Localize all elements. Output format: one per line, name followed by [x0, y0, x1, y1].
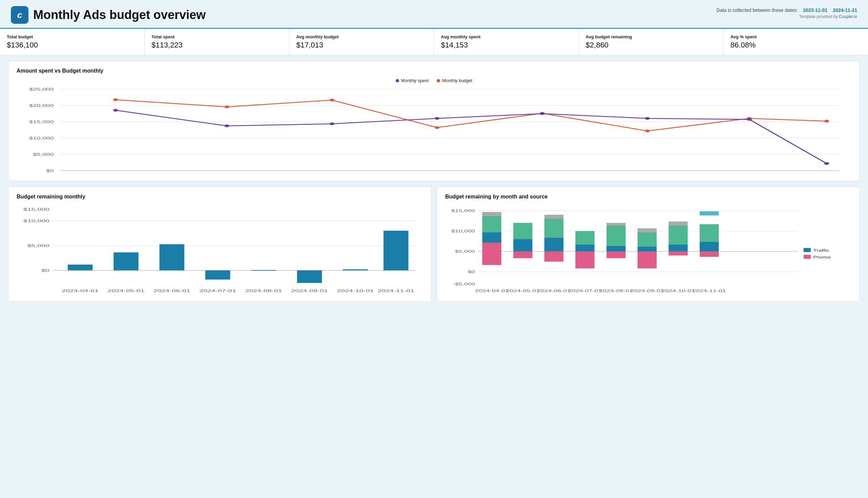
- right-legend-promo-label: Promo: [813, 255, 831, 259]
- metric-value-0: $136,100: [7, 41, 138, 50]
- stacked-bar-2c: [513, 251, 532, 258]
- budget-dot-8: [824, 120, 829, 122]
- bar-5: [251, 270, 276, 271]
- stacked-bar-6c: [638, 247, 656, 251]
- coupler-link[interactable]: Coupler.io: [839, 14, 857, 19]
- spent-dot-1: [113, 109, 118, 112]
- svg-text:2024-06-01: 2024-06-01: [153, 289, 190, 293]
- stacked-bar-4a: [575, 231, 595, 245]
- svg-text:2024-09-01: 2024-09-01: [630, 289, 664, 293]
- bar-chart-right-title: Budget remaining by month and source: [445, 194, 851, 200]
- stacked-bar-8a: [700, 224, 719, 242]
- svg-text:2024-07-01: 2024-07-01: [568, 289, 602, 293]
- line-chart-svg: $0 $5,000 $10,000 $15,000 $20,000 $25,00…: [17, 86, 851, 174]
- svg-text:$10,000: $10,000: [29, 136, 54, 140]
- stacked-bar-7c: [669, 245, 687, 251]
- stacked-bar-5b: [606, 223, 626, 226]
- stacked-bar-2a: [513, 223, 532, 239]
- template-text: Template provided by: [799, 14, 838, 19]
- legend-budget: Monthly budget: [437, 78, 472, 83]
- page-header: c Monthly Ads budget overview Data is co…: [0, 0, 868, 29]
- line-chart-card: Amount spent vs Budget monthly Monthly s…: [8, 61, 860, 181]
- svg-text:$5,000: $5,000: [455, 249, 475, 253]
- right-legend-traffic: [804, 248, 811, 252]
- bar-3: [159, 244, 184, 270]
- stacked-bar-1a: [482, 216, 501, 232]
- stacked-bar-8d: [700, 211, 719, 215]
- bar-chart-left-svg: $0 $5,000 $10,000 $15,000: [17, 204, 423, 296]
- metric-label-1: Total spent: [151, 34, 282, 39]
- svg-text:2024-10-01: 2024-10-01: [337, 289, 374, 293]
- svg-text:2024-07-01: 2024-07-01: [420, 173, 454, 174]
- bar-chart-left-title: Budget remaining monthly: [17, 194, 423, 200]
- metric-label-4: Avg budget remaining: [586, 34, 717, 39]
- stacked-bar-1d: [482, 243, 501, 251]
- metric-label-0: Total budget: [7, 34, 138, 39]
- svg-text:2024-11-01: 2024-11-01: [809, 173, 844, 174]
- svg-text:2024-05-01: 2024-05-01: [506, 289, 539, 293]
- stacked-bar-1c: [482, 232, 501, 243]
- budget-dot-6: [645, 130, 650, 132]
- right-legend-promo: [804, 255, 811, 259]
- spent-dot-4: [435, 117, 440, 120]
- page-title: Monthly Ads budget overview: [33, 8, 206, 22]
- svg-text:$0: $0: [41, 268, 50, 272]
- metric-card-4: Avg budget remaining $2,860: [579, 29, 723, 55]
- stacked-bar-5c: [606, 246, 626, 251]
- metric-label-2: Avg monthly budget: [296, 34, 427, 39]
- logo-letter: c: [17, 10, 22, 21]
- header-left: c Monthly Ads budget overview: [11, 6, 206, 24]
- legend-dot-spent: [396, 79, 399, 82]
- stacked-bar-3d: [544, 251, 563, 262]
- spent-dot-7: [747, 118, 752, 121]
- stacked-bar-7d: [669, 251, 687, 255]
- bar-6: [297, 270, 322, 283]
- metric-value-3: $14,153: [441, 41, 572, 50]
- header-right: Data is collected between these dates: 2…: [717, 6, 857, 19]
- svg-text:$15,000: $15,000: [23, 207, 50, 211]
- bar-chart-right-area: $15,000 $10,000 $5,000 $0 -$5,000: [445, 204, 851, 296]
- svg-text:2024-08-01: 2024-08-01: [525, 173, 559, 174]
- stacked-bar-5a: [606, 226, 626, 246]
- date-end-link[interactable]: 2024-11-21: [833, 8, 857, 13]
- svg-text:2024-08-01: 2024-08-01: [245, 289, 282, 293]
- legend-label-budget: Monthly budget: [442, 78, 472, 83]
- svg-text:2024-04-01: 2024-04-01: [62, 289, 99, 293]
- svg-text:2024-08-01: 2024-08-01: [599, 289, 633, 293]
- svg-text:2024-10-01: 2024-10-01: [732, 173, 766, 174]
- template-credit: Template provided by Coupler.io: [717, 14, 857, 19]
- budget-dot-2: [225, 105, 229, 108]
- bar-4: [205, 270, 230, 279]
- stacked-bar-6a: [638, 232, 656, 247]
- metric-card-0: Total budget $136,100: [0, 29, 145, 55]
- bottom-charts: Budget remaining monthly $0 $5,000 $10,0…: [8, 187, 860, 302]
- date-start-link[interactable]: 2023-11-01: [803, 8, 828, 13]
- stacked-bar-4c: [575, 251, 595, 268]
- legend-label-spent: Monthly spent: [401, 78, 429, 83]
- svg-text:$15,000: $15,000: [451, 209, 475, 213]
- stacked-bar-2b: [513, 239, 532, 251]
- svg-text:$0: $0: [46, 169, 54, 173]
- svg-text:$5,000: $5,000: [33, 152, 54, 156]
- stacked-bar-6b: [638, 228, 656, 232]
- svg-text:2024-10-01: 2024-10-01: [662, 289, 695, 293]
- stacked-bar-7b: [669, 222, 687, 226]
- spent-dot-5: [540, 112, 545, 115]
- legend-spent: Monthly spent: [396, 78, 429, 83]
- svg-text:2024-05-01: 2024-05-01: [210, 173, 244, 174]
- line-chart-area: $0 $5,000 $10,000 $15,000 $20,000 $25,00…: [17, 86, 851, 174]
- line-chart-title: Amount spent vs Budget monthly: [17, 68, 851, 74]
- metric-value-2: $17,013: [296, 41, 427, 50]
- stacked-bar-4b: [575, 245, 595, 251]
- stacked-bar-8b: [700, 242, 719, 251]
- date-row: Data is collected between these dates: 2…: [717, 8, 857, 13]
- svg-text:$0: $0: [468, 270, 475, 274]
- svg-text:$25,000: $25,000: [29, 87, 54, 91]
- svg-text:2024-11-01: 2024-11-01: [377, 289, 414, 293]
- metric-label-3: Avg monthly spent: [441, 34, 572, 39]
- spent-line: [116, 110, 827, 163]
- svg-text:2024-06-01: 2024-06-01: [315, 173, 349, 174]
- stacked-bar-3c: [544, 238, 563, 251]
- svg-text:2024-07-01: 2024-07-01: [199, 289, 236, 293]
- main-content: Amount spent vs Budget monthly Monthly s…: [0, 55, 868, 307]
